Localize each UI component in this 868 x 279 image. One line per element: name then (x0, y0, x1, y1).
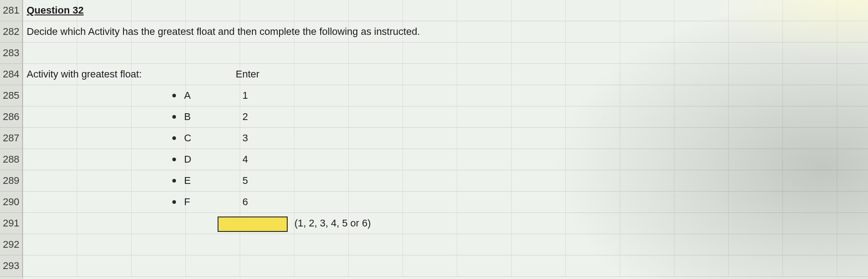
option-item: D (172, 154, 191, 165)
spreadsheet-view: 281 282 283 284 285 286 287 288 289 290 … (0, 0, 868, 279)
grid-row[interactable]: Question 32 (23, 0, 868, 21)
grid-row[interactable]: E 5 (23, 170, 868, 192)
grid-row[interactable]: C 3 (23, 128, 868, 149)
row-header[interactable]: 293 (0, 255, 23, 277)
option-value: 5 (242, 175, 248, 187)
row-header[interactable]: 288 (0, 149, 23, 170)
option-value: 6 (242, 196, 248, 208)
option-letter: C (184, 132, 191, 144)
enter-header: Enter (236, 68, 260, 80)
row-header[interactable]: 283 (0, 43, 23, 64)
row-header[interactable]: 285 (0, 85, 23, 106)
option-value: 2 (242, 111, 248, 123)
grid-area[interactable]: Question 32 Decide which Activity has th… (23, 0, 868, 279)
row-header[interactable]: 290 (0, 192, 23, 213)
grid-row[interactable] (23, 43, 868, 64)
bullet-icon (172, 158, 176, 161)
option-item: F (172, 196, 190, 208)
option-value: 1 (242, 90, 248, 101)
row-header[interactable]: 284 (0, 64, 23, 85)
grid-row[interactable]: D 4 (23, 149, 868, 170)
row-header[interactable]: 292 (0, 234, 23, 255)
row-header[interactable]: 289 (0, 170, 23, 192)
grid-row[interactable] (23, 234, 868, 255)
grid-row[interactable]: B 2 (23, 106, 868, 128)
option-item: E (172, 175, 191, 187)
grid-row[interactable]: Decide which Activity has the greatest f… (23, 21, 868, 43)
option-letter: F (184, 196, 190, 208)
row-header[interactable]: 286 (0, 106, 23, 128)
option-item: C (172, 132, 191, 144)
grid-row[interactable]: Activity with greatest float: Enter (23, 64, 868, 85)
row-header[interactable]: 287 (0, 128, 23, 149)
row-header-column: 281 282 283 284 285 286 287 288 289 290 … (0, 0, 23, 279)
option-item: A (172, 90, 191, 101)
row-header[interactable]: 291 (0, 213, 23, 234)
question-title: Question 32 (23, 5, 84, 16)
bullet-icon (172, 94, 176, 97)
answer-hint: (1, 2, 3, 4, 5 or 6) (294, 217, 371, 229)
grid-row[interactable]: F 6 (23, 192, 868, 213)
bullet-icon (172, 136, 176, 140)
option-value: 4 (242, 154, 248, 165)
prompt-label: Activity with greatest float: (23, 68, 142, 80)
grid-row[interactable]: (1, 2, 3, 4, 5 or 6) (23, 213, 868, 234)
option-letter: D (184, 154, 191, 165)
bullet-icon (172, 115, 176, 119)
option-value: 3 (242, 132, 248, 144)
bullet-icon (172, 179, 176, 183)
answer-input[interactable] (218, 216, 288, 232)
option-letter: A (184, 90, 191, 101)
option-item: B (172, 111, 191, 123)
row-header[interactable]: 282 (0, 21, 23, 43)
row-header[interactable]: 281 (0, 0, 23, 21)
option-letter: B (184, 111, 191, 123)
option-letter: E (184, 175, 191, 187)
grid-row[interactable]: A 1 (23, 85, 868, 106)
instruction-text: Decide which Activity has the greatest f… (23, 26, 420, 38)
bullet-icon (172, 200, 176, 204)
grid-row[interactable] (23, 255, 868, 277)
